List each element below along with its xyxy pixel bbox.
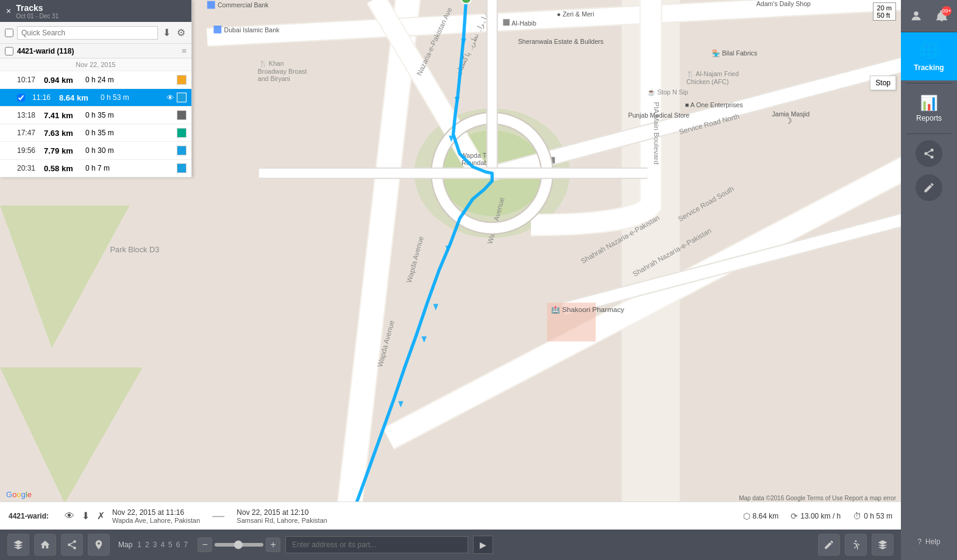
scale-line2: 50 ft bbox=[877, 12, 892, 19]
tracks-header: × Tracks Oct 01 - Dec 31 bbox=[0, 0, 191, 22]
track-color-box[interactable] bbox=[177, 75, 187, 85]
detail-download-button[interactable]: ⬇ bbox=[82, 510, 90, 522]
help-button[interactable]: ? Help bbox=[901, 530, 957, 554]
track-detail-bar: 4421-warid: 👁 ⬇ ✗ Nov 22, 2015 at 11:16 … bbox=[0, 502, 901, 530]
track-row[interactable]: 20:31 0.58 km 0 h 7 m bbox=[0, 160, 191, 177]
svg-text:🍴 Al-Najam Fried: 🍴 Al-Najam Fried bbox=[686, 70, 739, 78]
notification-wrapper: 99+ bbox=[931, 5, 953, 27]
close-tracks-button[interactable]: × bbox=[6, 6, 11, 16]
track-row[interactable]: 19:56 7.79 km 0 h 30 m bbox=[0, 142, 191, 160]
track-row[interactable]: 13:18 7.41 km 0 h 35 m bbox=[0, 107, 191, 124]
map-layers-button[interactable] bbox=[7, 534, 29, 556]
clock-icon: ⏱ bbox=[853, 511, 861, 521]
zoom-slider[interactable] bbox=[215, 543, 263, 547]
track-dist: 0.94 km bbox=[44, 76, 80, 85]
track-time: 10:17 bbox=[17, 76, 39, 84]
search-bar: ⬇ ⚙ bbox=[0, 22, 191, 44]
bottom-right-icons bbox=[818, 534, 894, 556]
svg-line-57 bbox=[927, 154, 931, 156]
sidebar-divider bbox=[906, 83, 952, 83]
search-input[interactable] bbox=[17, 26, 158, 40]
track-item-scroll-button[interactable]: ≡ bbox=[182, 46, 187, 55]
track-row-selected[interactable]: 11:16 8.64 km 0 h 53 m 👁 bbox=[0, 89, 191, 107]
detail-eye-button[interactable]: 👁 bbox=[65, 511, 74, 522]
scale-control: 20 m 50 ft bbox=[873, 2, 896, 21]
map-tab-5[interactable]: 5 bbox=[168, 541, 173, 549]
track-color-box[interactable] bbox=[177, 146, 187, 155]
detail-share-button[interactable]: ✗ bbox=[97, 510, 105, 522]
filter-button[interactable]: ⚙ bbox=[176, 26, 187, 40]
map-tab-2[interactable]: 2 bbox=[145, 541, 149, 549]
svg-text:Broadway Broast: Broadway Broast bbox=[258, 68, 307, 75]
svg-point-55 bbox=[925, 152, 928, 155]
share-button[interactable] bbox=[916, 140, 942, 167]
svg-text:Dubai Islamic Bank: Dubai Islamic Bank bbox=[224, 26, 280, 34]
scale-line1: 20 m bbox=[877, 4, 892, 12]
svg-point-61 bbox=[73, 547, 76, 550]
track-color-box[interactable] bbox=[177, 128, 187, 138]
detail-separator: — bbox=[212, 509, 224, 523]
svg-text:Sheranwala Estate & Builders: Sheranwala Estate & Builders bbox=[518, 38, 603, 45]
svg-text:🏥 Shakoori Pharmacy: 🏥 Shakoori Pharmacy bbox=[551, 305, 624, 314]
track-color-box[interactable] bbox=[177, 93, 187, 102]
home-button[interactable] bbox=[34, 534, 56, 556]
svg-text:Punjab Medical Store: Punjab Medical Store bbox=[628, 112, 689, 119]
map-tab-1[interactable]: 1 bbox=[137, 541, 141, 549]
track-color-box[interactable] bbox=[177, 110, 187, 120]
globe-icon: 🌐 bbox=[906, 41, 952, 61]
stop-label: Stop bbox=[870, 76, 896, 90]
track-dur: 0 h 30 m bbox=[85, 146, 119, 155]
svg-rect-24 bbox=[503, 19, 510, 26]
detail-start-time: Nov 22, 2015 at 11:16 bbox=[112, 508, 200, 517]
address-input[interactable] bbox=[285, 536, 468, 553]
detail-distance: ⬡ 8.64 km bbox=[743, 511, 779, 521]
track-time: 19:56 bbox=[17, 146, 39, 155]
track-dur: 0 h 35 m bbox=[85, 111, 119, 119]
layers-button[interactable] bbox=[872, 534, 894, 556]
zoom-out-button[interactable]: − bbox=[197, 537, 212, 552]
zoom-in-button[interactable]: + bbox=[266, 537, 280, 552]
map-tab-3[interactable]: 3 bbox=[153, 541, 157, 549]
edit-button[interactable] bbox=[916, 174, 942, 201]
track-eye-button[interactable]: 👁 bbox=[166, 93, 174, 102]
detail-end-time: Nov 22, 2015 at 12:10 bbox=[237, 508, 327, 517]
map-tab-6[interactable]: 6 bbox=[176, 541, 180, 549]
user-profile-button[interactable] bbox=[905, 5, 927, 27]
track-dur: 0 h 53 m bbox=[101, 93, 134, 102]
detail-duration: ⏱ 0 h 53 m bbox=[853, 511, 892, 521]
person-walk-button[interactable] bbox=[845, 534, 867, 556]
track-row[interactable]: 10:17 0.94 km 0 h 24 m bbox=[0, 71, 191, 89]
download-button[interactable]: ⬇ bbox=[162, 26, 172, 40]
reports-button[interactable]: 📊 Reports bbox=[901, 86, 957, 131]
svg-text:Park Block D3: Park Block D3 bbox=[110, 245, 160, 254]
detail-end-addr: Samsani Rd, Lahore, Pakistan bbox=[237, 517, 327, 524]
detail-stats: ⬡ 8.64 km ⟳ 13.00 km / h ⏱ 0 h 53 m bbox=[743, 511, 892, 521]
track-selected-checkbox[interactable] bbox=[17, 94, 25, 102]
svg-text:● Zeri & Meri: ● Zeri & Meri bbox=[557, 10, 594, 18]
stop-label-text: Stop bbox=[875, 79, 891, 87]
track-color-box[interactable] bbox=[177, 163, 187, 173]
svg-point-59 bbox=[73, 541, 76, 544]
pencil-tool-button[interactable] bbox=[818, 534, 840, 556]
location-button[interactable] bbox=[88, 534, 110, 556]
chart-icon: 📊 bbox=[906, 94, 952, 112]
map-tab-4[interactable]: 4 bbox=[160, 541, 165, 549]
svg-text:🏪 Bilal Fabrics: 🏪 Bilal Fabrics bbox=[712, 49, 757, 57]
svg-text:and Biryani: and Biryani bbox=[258, 75, 290, 82]
address-search-button[interactable]: ▶ bbox=[473, 536, 493, 554]
svg-text:■ A One Enterprises: ■ A One Enterprises bbox=[685, 101, 743, 108]
track-item-checkbox[interactable] bbox=[5, 47, 13, 55]
share2-button[interactable] bbox=[61, 534, 83, 556]
zoom-thumb[interactable] bbox=[234, 541, 243, 549]
svg-text:Adam's Daily Shop: Adam's Daily Shop bbox=[756, 0, 811, 7]
svg-rect-22 bbox=[207, 1, 215, 9]
track-row[interactable]: 17:47 7.63 km 0 h 35 m bbox=[0, 124, 191, 142]
tracking-button[interactable]: 🌐 Tracking bbox=[901, 32, 957, 80]
track-dist: 7.41 km bbox=[44, 111, 80, 120]
search-all-checkbox[interactable] bbox=[5, 29, 13, 37]
svg-point-53 bbox=[914, 12, 918, 16]
svg-point-54 bbox=[931, 149, 934, 152]
track-dur: 0 h 7 m bbox=[85, 164, 119, 172]
map-tab-7[interactable]: 7 bbox=[183, 541, 188, 549]
track-time: 20:31 bbox=[17, 164, 39, 172]
